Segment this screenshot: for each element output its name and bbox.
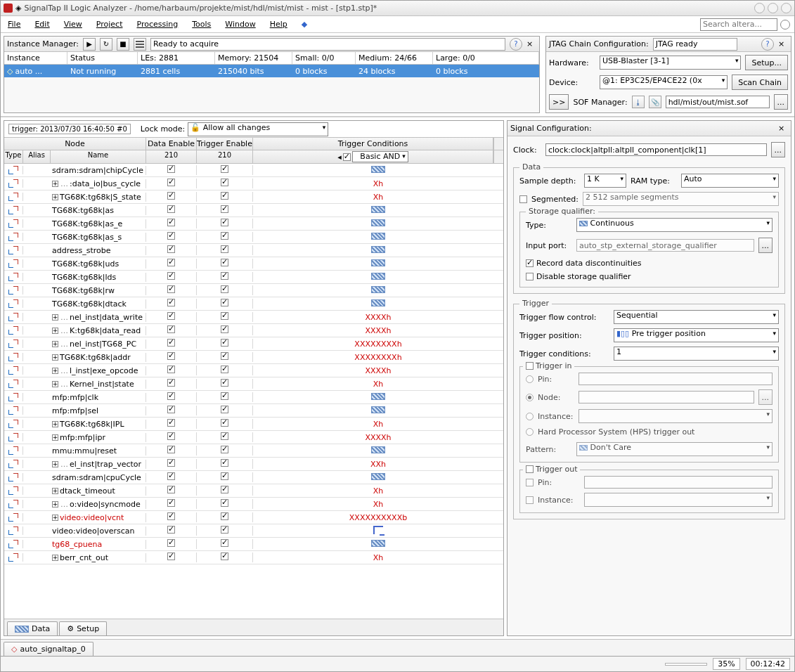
menu-window[interactable]: Window <box>222 18 258 30</box>
close-button[interactable] <box>781 3 791 13</box>
signal-name[interactable]: sdram:sdram|chipCycle <box>51 166 146 175</box>
table-row[interactable]: +video:video|vcntXXXXXXXXXXb <box>4 511 503 524</box>
more-button[interactable]: >> <box>549 94 569 110</box>
hardware-select[interactable]: USB-Blaster [3-1] <box>600 56 741 70</box>
signal-name[interactable]: +…:data_io|bus_cycle <box>51 179 146 188</box>
data-enable-checkbox[interactable] <box>146 272 197 282</box>
trigger-enable-checkbox[interactable] <box>197 272 253 282</box>
minimize-button[interactable] <box>754 3 765 13</box>
trigger-enable-checkbox[interactable] <box>197 392 253 402</box>
expand-icon[interactable]: + <box>52 501 58 508</box>
trigger-condition-cell[interactable]: XXXXh <box>253 366 503 375</box>
setup-button[interactable]: Setup... <box>745 55 788 70</box>
data-enable-checkbox[interactable] <box>146 205 197 215</box>
position-select[interactable]: ▮▯▯ Pre trigger position <box>614 328 779 342</box>
tc-enable-checkbox[interactable] <box>343 153 351 161</box>
table-row[interactable]: TG68K:tg68k|dtack <box>4 297 503 311</box>
trigger-enable-checkbox[interactable] <box>197 192 253 202</box>
menu-file[interactable]: File <box>5 18 23 30</box>
table-row[interactable]: +…o:video|syncmodeXh <box>4 498 503 511</box>
instance-radio[interactable] <box>526 413 534 420</box>
data-enable-checkbox[interactable] <box>146 285 197 295</box>
signal-name[interactable]: mfp:mfp|clk <box>51 393 146 402</box>
expand-icon[interactable]: + <box>52 434 58 441</box>
data-enable-checkbox[interactable] <box>146 325 197 335</box>
trigger-enable-checkbox[interactable] <box>197 459 253 469</box>
table-row[interactable]: +dtack_timeoutXh <box>4 484 503 498</box>
trigger-condition-cell[interactable]: XXXXh <box>253 433 503 442</box>
signal-name[interactable]: +…l_inst|exe_opcode <box>51 366 146 375</box>
data-enable-checkbox[interactable] <box>146 366 197 375</box>
stop-button[interactable]: ■ <box>117 38 129 51</box>
data-enable-checkbox[interactable] <box>146 192 197 202</box>
table-row[interactable]: +TG68K:tg68k|addrXXXXXXXXh <box>4 351 503 364</box>
signal-name[interactable]: TG68K:tg68k|lds <box>51 273 146 282</box>
data-enable-checkbox[interactable] <box>146 446 197 455</box>
trigger-enable-checkbox[interactable] <box>197 285 253 295</box>
trigger-enable-checkbox[interactable] <box>197 339 253 349</box>
imh-medium[interactable]: Medium: 24/66 <box>356 52 433 64</box>
subheader-tc[interactable]: ◂ Basic AND <box>253 150 493 163</box>
table-row[interactable]: TG68K:tg68k|as_s <box>4 231 503 244</box>
table-row[interactable]: +TG68K:tg68k|IPLXh <box>4 418 503 431</box>
data-enable-checkbox[interactable] <box>146 339 197 349</box>
signal-name[interactable]: +…K:tg68k|data_read <box>51 326 146 335</box>
imh-memory[interactable]: Memory: 21504 <box>215 52 292 64</box>
conditions-select[interactable]: 1 <box>614 347 779 361</box>
table-row[interactable]: +…K:tg68k|data_readXXXXh <box>4 324 503 337</box>
menu-project[interactable]: Project <box>93 18 126 30</box>
data-enable-checkbox[interactable] <box>146 499 197 509</box>
trigger-condition-cell[interactable] <box>253 526 503 536</box>
data-enable-checkbox[interactable] <box>146 219 197 228</box>
trigger-enable-checkbox[interactable] <box>197 205 253 215</box>
trigger-enable-checkbox[interactable] <box>197 419 253 429</box>
instance-select[interactable] <box>579 409 773 423</box>
trigger-condition-cell[interactable]: Xh <box>253 380 503 389</box>
scan-chain-button[interactable]: Scan Chain <box>732 75 788 90</box>
trigger-enable-checkbox[interactable] <box>197 472 253 482</box>
signal-name[interactable]: video:video|overscan <box>51 526 146 536</box>
data-enable-checkbox[interactable] <box>146 419 197 429</box>
data-enable-checkbox[interactable] <box>146 539 197 549</box>
table-row[interactable]: TG68K:tg68k|uds <box>4 257 503 271</box>
expand-icon[interactable]: + <box>52 194 58 200</box>
sof-path-input[interactable] <box>666 96 770 108</box>
trigger-condition-cell[interactable] <box>253 206 503 215</box>
expand-icon[interactable]: + <box>52 461 58 467</box>
menu-tools[interactable]: Tools <box>189 18 214 30</box>
table-row[interactable]: TG68K:tg68k|rw <box>4 284 503 297</box>
imh-instance[interactable]: Instance <box>4 52 67 64</box>
table-row[interactable]: address_strobe <box>4 244 503 257</box>
table-row[interactable]: +berr_cnt_outXh <box>4 551 503 564</box>
im-row[interactable]: ◇auto ... Not running 2881 cells 215040 … <box>4 65 539 77</box>
table-row[interactable]: mmu:mmu|reset <box>4 444 503 458</box>
browse-button[interactable]: ... <box>774 94 789 110</box>
table-row[interactable]: mfp:mfp|sel <box>4 404 503 418</box>
pin-input[interactable] <box>579 373 773 385</box>
trigger-enable-checkbox[interactable] <box>197 512 253 522</box>
node-browse[interactable]: ... <box>758 389 773 405</box>
trigger-enable-checkbox[interactable] <box>197 312 253 322</box>
clock-browse-button[interactable]: ... <box>771 142 786 157</box>
signal-name[interactable]: TG68K:tg68k|as_e <box>51 219 146 228</box>
table-row[interactable]: TG68K:tg68k|as <box>4 204 503 217</box>
trigger-condition-cell[interactable] <box>253 540 503 549</box>
trigger-enable-checkbox[interactable] <box>197 539 253 549</box>
trigger-condition-cell[interactable]: XXXXXXXXh <box>253 340 503 349</box>
trigger-condition-cell[interactable] <box>253 473 503 482</box>
table-row[interactable]: +…el_inst|trap_vectorXXh <box>4 458 503 471</box>
node-radio[interactable] <box>526 394 534 401</box>
signal-name[interactable]: tg68_cpuena <box>51 540 146 549</box>
trigger-enable-checkbox[interactable] <box>197 379 253 389</box>
signal-name[interactable]: TG68K:tg68k|rw <box>51 286 146 295</box>
trigger-enable-checkbox[interactable] <box>197 232 253 242</box>
trigger-condition-cell[interactable]: Xh <box>253 553 503 562</box>
segmented-select[interactable]: 2 512 sample segments <box>583 192 779 206</box>
table-row[interactable]: +…Kernel_inst|stateXh <box>4 377 503 391</box>
trigger-condition-cell[interactable]: Xh <box>253 179 503 188</box>
trigger-enable-checkbox[interactable] <box>197 165 253 175</box>
menu-view[interactable]: View <box>61 18 85 30</box>
maximize-button[interactable] <box>768 3 778 13</box>
lock-mode-select[interactable]: 🔓 Allow all changes <box>188 122 328 136</box>
attach-icon[interactable]: 📎 <box>649 96 661 108</box>
